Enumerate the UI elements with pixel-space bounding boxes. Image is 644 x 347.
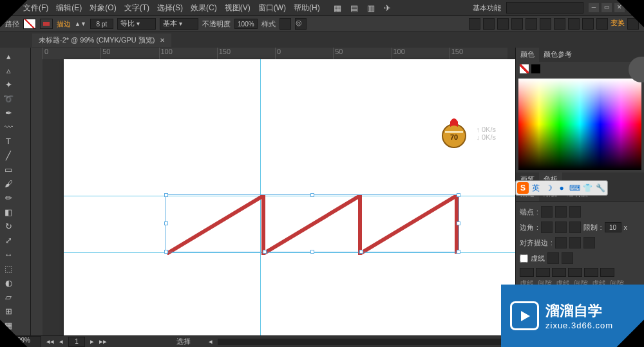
arrange-icon[interactable]: ▥ xyxy=(364,1,378,15)
next-artboard-icon[interactable]: ▸ xyxy=(90,337,94,346)
curvature-tool[interactable]: 〰 xyxy=(1,120,15,134)
menu-help[interactable]: 帮助(H) xyxy=(290,3,324,14)
dash-input[interactable] xyxy=(584,268,598,277)
dash-input[interactable] xyxy=(520,268,534,277)
ime-tool-icon[interactable]: 🔧 xyxy=(594,182,606,194)
bridge-icon[interactable]: ▦ xyxy=(330,1,345,15)
distribute-v-icon[interactable] xyxy=(568,18,580,30)
distribute-h-icon[interactable] xyxy=(554,18,565,30)
ime-skin-icon[interactable]: 👕 xyxy=(582,182,593,194)
join-round-icon[interactable] xyxy=(555,221,567,233)
menu-file[interactable]: 文件(F) xyxy=(19,3,52,14)
sel-handle[interactable] xyxy=(164,193,168,197)
panel-stroke-swatch[interactable] xyxy=(531,64,540,73)
artboard-nav-input[interactable] xyxy=(68,337,85,347)
menu-select[interactable]: 选择(S) xyxy=(153,3,187,14)
sel-handle[interactable] xyxy=(164,221,168,225)
sel-handle[interactable] xyxy=(457,193,460,197)
sel-handle[interactable] xyxy=(457,250,460,254)
type-tool[interactable]: T xyxy=(1,134,15,148)
ime-keyboard-icon[interactable]: ⌨ xyxy=(569,182,580,194)
cap-butt-icon[interactable] xyxy=(541,206,553,218)
profile-uniform[interactable]: 等比 ▾ xyxy=(117,18,156,30)
canvas-area[interactable]: 0 50 100 150 0 50 100 150 xyxy=(31,48,515,335)
last-artboard-icon[interactable]: ▸▸ xyxy=(99,337,107,346)
paintbrush-tool[interactable]: 🖌 xyxy=(1,176,15,191)
menu-effect[interactable]: 效果(C) xyxy=(187,3,221,14)
brush-profile[interactable]: 基本 ▾ xyxy=(160,18,198,30)
stock-icon[interactable]: ▤ xyxy=(347,1,361,15)
align-inside-stroke-icon[interactable] xyxy=(569,237,581,249)
line-tool[interactable]: ╱ xyxy=(1,148,15,162)
ime-toolbar[interactable]: S 英 ☽ ● ⌨ 👕 🔧 xyxy=(515,180,608,196)
width-tool[interactable]: ↔ xyxy=(1,247,15,261)
minimize-button[interactable]: ─ xyxy=(589,3,599,12)
first-artboard-icon[interactable]: ◂◂ xyxy=(46,337,54,346)
dash-checkbox[interactable] xyxy=(520,254,528,263)
lasso-tool[interactable]: ➰ xyxy=(1,91,15,106)
opacity-input[interactable] xyxy=(234,19,258,29)
prev-artboard-icon[interactable]: ◂ xyxy=(59,337,63,346)
ruler-origin[interactable] xyxy=(31,48,43,59)
sel-handle[interactable] xyxy=(263,250,267,254)
magic-wand-tool[interactable]: ✦ xyxy=(1,77,15,91)
rotate-tool[interactable]: ↻ xyxy=(1,219,15,233)
ime-punct-icon[interactable]: ● xyxy=(556,182,567,194)
transform-label[interactable]: 变换 xyxy=(611,18,625,30)
gap-input[interactable] xyxy=(568,268,582,277)
join-miter-icon[interactable] xyxy=(541,221,553,233)
stroke-label[interactable]: 描边 xyxy=(57,19,71,29)
perspective-tool[interactable]: ▱ xyxy=(1,290,15,304)
sel-handle[interactable] xyxy=(164,250,168,254)
sel-handle[interactable] xyxy=(310,250,314,254)
align-right-icon[interactable] xyxy=(497,18,509,30)
shaper-tool[interactable]: ✏ xyxy=(1,191,15,205)
miter-limit-input[interactable] xyxy=(605,222,621,232)
ime-logo-icon[interactable]: S xyxy=(517,182,529,194)
ime-moon-icon[interactable]: ☽ xyxy=(543,182,554,194)
shape-builder-tool[interactable]: ◐ xyxy=(1,276,15,290)
dash-input[interactable] xyxy=(552,268,566,277)
eraser-tool[interactable]: ◧ xyxy=(1,205,15,219)
vertical-ruler[interactable] xyxy=(31,59,43,335)
menu-object[interactable]: 对象(O) xyxy=(86,3,120,14)
scale-tool[interactable]: ⤢ xyxy=(1,233,15,247)
align-top-icon[interactable] xyxy=(511,18,523,30)
align-outside-stroke-icon[interactable] xyxy=(583,237,595,249)
align-left-icon[interactable] xyxy=(469,18,480,30)
align-center-icon[interactable] xyxy=(483,18,495,30)
workspace-switcher[interactable]: 基本功能 xyxy=(473,3,501,13)
sel-handle[interactable] xyxy=(457,221,460,225)
sel-handle[interactable] xyxy=(359,250,363,254)
recolor-icon[interactable]: ◎ xyxy=(295,18,307,30)
horizontal-ruler[interactable]: 0 50 100 150 0 50 100 150 xyxy=(43,48,507,59)
document-tab[interactable]: 未标题-2* @ 99% (CMYK/GPU 预览) ✕ xyxy=(32,33,171,47)
align-center-stroke-icon[interactable] xyxy=(555,237,567,249)
restore-button[interactable]: ▭ xyxy=(601,3,612,12)
scroll-left-icon[interactable]: ◂ xyxy=(209,337,213,346)
cap-square-icon[interactable] xyxy=(569,206,581,218)
dash-align1-icon[interactable] xyxy=(547,252,559,264)
artboard[interactable] xyxy=(64,59,515,335)
menu-window[interactable]: 窗口(W) xyxy=(254,3,290,14)
rectangle-tool[interactable]: ▭ xyxy=(1,162,15,176)
free-transform-tool[interactable]: ⬚ xyxy=(1,261,15,276)
mesh-tool[interactable]: ⊞ xyxy=(1,304,15,318)
ime-lang-icon[interactable]: 英 xyxy=(530,182,542,194)
color-spectrum[interactable] xyxy=(516,76,644,173)
stroke-weight-input[interactable] xyxy=(90,19,113,29)
dash-align2-icon[interactable] xyxy=(562,252,573,264)
cap-round-icon[interactable] xyxy=(555,206,567,218)
join-bevel-icon[interactable] xyxy=(569,221,581,233)
color-tab[interactable]: 颜色 xyxy=(516,48,539,62)
fill-swatch[interactable] xyxy=(23,19,36,29)
gap-input[interactable] xyxy=(536,268,550,277)
close-tab-icon[interactable]: ✕ xyxy=(160,37,165,44)
menu-view[interactable]: 视图(V) xyxy=(221,3,254,14)
search-input[interactable] xyxy=(506,2,583,14)
pen-tool[interactable]: ✒ xyxy=(1,106,15,120)
panel-fill-swatch[interactable] xyxy=(520,64,529,73)
stroke-swatch[interactable] xyxy=(40,19,53,29)
style-button[interactable] xyxy=(279,18,291,30)
shape-mode-icon[interactable] xyxy=(596,18,608,30)
